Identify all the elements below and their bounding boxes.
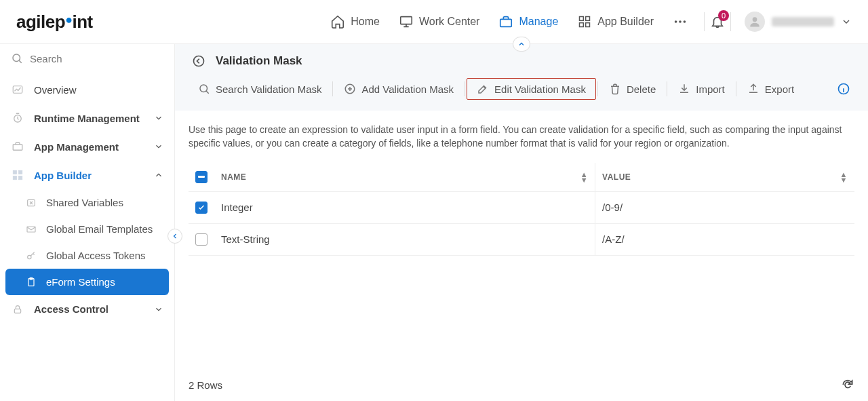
sidebar-item-overview[interactable]: Overview bbox=[0, 75, 174, 104]
briefcase-icon bbox=[11, 140, 24, 153]
sidebar-item-label: App Management bbox=[34, 141, 119, 153]
svg-point-9 bbox=[753, 17, 757, 22]
logo: agilep●int bbox=[16, 12, 93, 33]
apps-icon bbox=[11, 169, 24, 181]
delete-button[interactable]: Delete bbox=[599, 79, 665, 99]
toolbar-search[interactable]: Search Validation Mask bbox=[189, 79, 331, 99]
column-value-header[interactable]: VALUE bbox=[602, 172, 631, 182]
row-checkbox[interactable] bbox=[195, 202, 208, 214]
cell-value: /A-Z/ bbox=[602, 233, 625, 245]
chevron-up-icon bbox=[154, 170, 163, 180]
nav-more[interactable] bbox=[673, 14, 688, 29]
cell-value: /0-9/ bbox=[602, 202, 623, 213]
sidebar-sub-label: Shared Variables bbox=[46, 197, 123, 208]
svg-rect-15 bbox=[19, 170, 22, 174]
mail-icon bbox=[24, 224, 38, 235]
edit-validation-mask-button[interactable]: Edit Validation Mask bbox=[467, 78, 596, 100]
column-name-header[interactable]: NAME bbox=[221, 172, 246, 182]
sidebar-sub-shared-variables[interactable]: Shared Variables bbox=[0, 189, 174, 216]
sidebar-item-runtime-management[interactable]: Runtime Management bbox=[0, 104, 174, 132]
separator bbox=[730, 12, 731, 31]
page-description: Use this page to create an expression to… bbox=[189, 123, 854, 151]
sidebar-item-label: Access Control bbox=[34, 303, 108, 315]
separator bbox=[597, 81, 598, 96]
sidebar-search-placeholder: Search bbox=[30, 53, 62, 64]
export-button[interactable]: Export bbox=[738, 79, 804, 99]
svg-point-24 bbox=[194, 56, 204, 66]
svg-rect-23 bbox=[14, 309, 20, 313]
upload-icon bbox=[747, 83, 760, 95]
svg-point-20 bbox=[28, 255, 31, 259]
plus-circle-icon bbox=[344, 83, 356, 95]
edit-icon bbox=[477, 83, 489, 95]
notifications-button[interactable]: 0 bbox=[710, 14, 725, 29]
cell-name: Text-String bbox=[221, 233, 270, 245]
sidebar-item-app-management[interactable]: App Management bbox=[0, 132, 174, 161]
back-button[interactable] bbox=[191, 54, 206, 69]
svg-point-10 bbox=[13, 54, 20, 62]
trash-icon bbox=[609, 83, 621, 95]
sidebar-sub-global-access-tokens[interactable]: Global Access Tokens bbox=[0, 242, 174, 269]
svg-rect-13 bbox=[13, 145, 22, 150]
table-row[interactable]: Integer /0-9/ bbox=[189, 191, 854, 223]
app-header: agilep●int Home Work Center Manage App B… bbox=[0, 0, 868, 43]
nav-workcenter[interactable]: Work Center bbox=[399, 14, 480, 29]
chevron-down-icon bbox=[154, 113, 163, 123]
nav-manage[interactable]: Manage bbox=[498, 14, 558, 29]
toolbox-icon bbox=[498, 14, 513, 29]
svg-rect-0 bbox=[401, 17, 412, 24]
toolbar-export-label: Export bbox=[765, 83, 794, 95]
svg-point-6 bbox=[675, 20, 677, 23]
sidebar-item-app-builder[interactable]: App Builder bbox=[0, 161, 174, 189]
header-collapse-button[interactable] bbox=[513, 37, 530, 52]
info-button[interactable] bbox=[827, 78, 854, 100]
key-icon bbox=[24, 250, 38, 261]
toolbar-delete-label: Delete bbox=[627, 83, 656, 95]
nav-manage-label: Manage bbox=[519, 16, 558, 28]
username bbox=[772, 17, 834, 26]
content-card: Use this page to create an expression to… bbox=[175, 111, 868, 401]
row-checkbox[interactable] bbox=[195, 233, 208, 246]
sidebar-sub-label: eForm Settings bbox=[46, 276, 115, 288]
separator bbox=[704, 12, 705, 31]
sort-icon[interactable]: ▲▼ bbox=[580, 172, 588, 183]
svg-rect-2 bbox=[580, 17, 584, 21]
refresh-button[interactable] bbox=[841, 378, 854, 392]
svg-point-7 bbox=[679, 20, 682, 23]
svg-rect-16 bbox=[13, 176, 16, 180]
sidebar-item-label: Runtime Management bbox=[34, 113, 140, 124]
nav-home-label: Home bbox=[351, 16, 380, 28]
row-count: 2 Rows bbox=[189, 379, 222, 391]
toolbar: Search Validation Mask Add Validation Ma… bbox=[175, 74, 868, 107]
sidebar-search[interactable]: Search bbox=[0, 44, 174, 73]
svg-rect-3 bbox=[586, 17, 590, 21]
table-row[interactable]: Text-String /A-Z/ bbox=[189, 223, 854, 255]
separator bbox=[736, 81, 736, 96]
svg-point-8 bbox=[684, 20, 686, 23]
user-menu[interactable] bbox=[736, 12, 852, 32]
svg-rect-1 bbox=[500, 19, 512, 26]
nav-appbuilder-label: App Builder bbox=[597, 16, 654, 28]
separator bbox=[465, 81, 465, 96]
sidebar-item-access-control[interactable]: Access Control bbox=[0, 295, 174, 323]
sidebar-sub-global-email-templates[interactable]: Global Email Templates bbox=[0, 216, 174, 242]
search-icon bbox=[198, 83, 210, 95]
select-all-checkbox[interactable] bbox=[195, 171, 208, 183]
sidebar-sub-eform-settings[interactable]: eForm Settings bbox=[5, 269, 169, 295]
add-validation-mask-button[interactable]: Add Validation Mask bbox=[334, 79, 463, 99]
sort-icon[interactable]: ▲▼ bbox=[840, 172, 848, 183]
nav-appbuilder[interactable]: App Builder bbox=[577, 14, 654, 29]
svg-rect-4 bbox=[580, 23, 584, 27]
nav-home[interactable]: Home bbox=[330, 14, 380, 29]
variable-icon bbox=[24, 197, 38, 208]
info-icon bbox=[837, 82, 850, 96]
sidebar: Search Overview Runtime Management bbox=[0, 44, 175, 401]
svg-rect-22 bbox=[30, 278, 33, 280]
sidebar-collapse-button[interactable] bbox=[167, 229, 182, 244]
clock-icon bbox=[11, 112, 24, 124]
grid-icon bbox=[577, 14, 592, 29]
sidebar-sub-label: Global Access Tokens bbox=[46, 250, 145, 261]
svg-rect-5 bbox=[586, 23, 590, 27]
page-title: Validation Mask bbox=[216, 54, 302, 68]
import-button[interactable]: Import bbox=[669, 79, 734, 99]
